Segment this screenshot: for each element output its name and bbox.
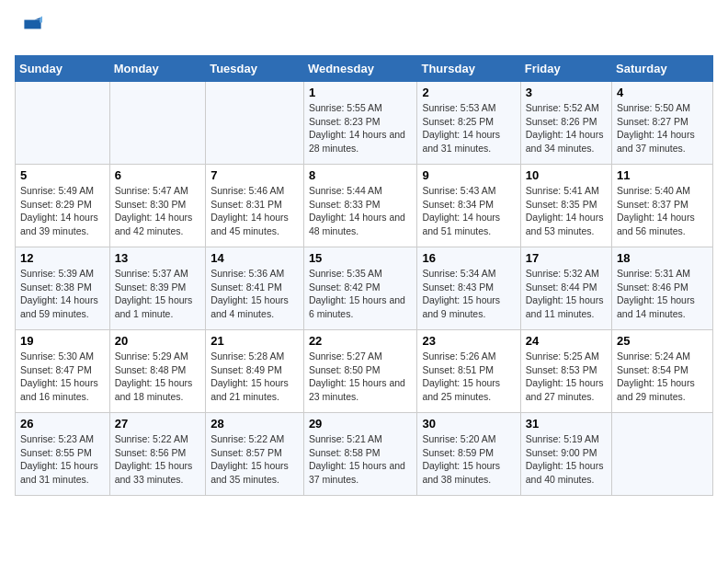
calendar-cell: 8Sunrise: 5:44 AM Sunset: 8:33 PM Daylig… xyxy=(303,165,417,247)
calendar-cell: 2Sunrise: 5:53 AM Sunset: 8:25 PM Daylig… xyxy=(417,82,520,165)
calendar-cell xyxy=(16,82,110,165)
day-info: Sunrise: 5:28 AM Sunset: 8:49 PM Dayligh… xyxy=(210,350,299,404)
logo-icon xyxy=(17,15,42,40)
day-number: 7 xyxy=(210,168,299,182)
day-number: 18 xyxy=(617,251,708,265)
day-info: Sunrise: 5:25 AM Sunset: 8:53 PM Dayligh… xyxy=(526,350,607,404)
calendar-cell: 20Sunrise: 5:29 AM Sunset: 8:48 PM Dayli… xyxy=(109,330,205,413)
calendar-cell: 24Sunrise: 5:25 AM Sunset: 8:53 PM Dayli… xyxy=(520,330,611,413)
day-number: 13 xyxy=(115,251,200,265)
calendar-week-2: 5Sunrise: 5:49 AM Sunset: 8:29 PM Daylig… xyxy=(16,165,713,247)
calendar-cell: 30Sunrise: 5:20 AM Sunset: 8:59 PM Dayli… xyxy=(417,413,520,496)
calendar-cell xyxy=(206,82,304,165)
calendar-table: SundayMondayTuesdayWednesdayThursdayFrid… xyxy=(15,55,713,496)
calendar-cell: 23Sunrise: 5:26 AM Sunset: 8:51 PM Dayli… xyxy=(417,330,520,413)
calendar-cell: 11Sunrise: 5:40 AM Sunset: 8:37 PM Dayli… xyxy=(612,165,713,247)
calendar-cell: 17Sunrise: 5:32 AM Sunset: 8:44 PM Dayli… xyxy=(520,247,611,330)
day-number: 11 xyxy=(617,168,708,182)
day-info: Sunrise: 5:20 AM Sunset: 8:59 PM Dayligh… xyxy=(422,432,515,487)
day-number: 16 xyxy=(422,251,515,265)
day-number: 5 xyxy=(20,168,105,182)
day-number: 3 xyxy=(526,86,607,99)
calendar-cell: 16Sunrise: 5:34 AM Sunset: 8:43 PM Dayli… xyxy=(417,247,520,330)
calendar-cell: 7Sunrise: 5:46 AM Sunset: 8:31 PM Daylig… xyxy=(206,165,304,247)
logo xyxy=(15,15,42,44)
day-info: Sunrise: 5:24 AM Sunset: 8:54 PM Dayligh… xyxy=(617,350,708,404)
day-info: Sunrise: 5:44 AM Sunset: 8:33 PM Dayligh… xyxy=(309,184,413,238)
day-number: 6 xyxy=(115,168,200,182)
calendar-cell: 31Sunrise: 5:19 AM Sunset: 9:00 PM Dayli… xyxy=(520,413,611,496)
day-number: 31 xyxy=(526,417,607,431)
page-header xyxy=(15,15,713,44)
day-number: 22 xyxy=(309,334,413,348)
day-info: Sunrise: 5:23 AM Sunset: 8:55 PM Dayligh… xyxy=(20,432,105,487)
calendar-cell: 5Sunrise: 5:49 AM Sunset: 8:29 PM Daylig… xyxy=(16,165,110,247)
day-number: 10 xyxy=(526,168,607,182)
calendar-cell: 6Sunrise: 5:47 AM Sunset: 8:30 PM Daylig… xyxy=(109,165,205,247)
calendar-cell: 12Sunrise: 5:39 AM Sunset: 8:38 PM Dayli… xyxy=(16,247,110,330)
day-info: Sunrise: 5:30 AM Sunset: 8:47 PM Dayligh… xyxy=(20,350,105,404)
day-info: Sunrise: 5:43 AM Sunset: 8:34 PM Dayligh… xyxy=(422,184,515,238)
day-info: Sunrise: 5:36 AM Sunset: 8:41 PM Dayligh… xyxy=(210,267,299,321)
calendar-cell: 9Sunrise: 5:43 AM Sunset: 8:34 PM Daylig… xyxy=(417,165,520,247)
day-number: 24 xyxy=(526,334,607,348)
day-info: Sunrise: 5:52 AM Sunset: 8:26 PM Dayligh… xyxy=(526,101,607,155)
day-info: Sunrise: 5:53 AM Sunset: 8:25 PM Dayligh… xyxy=(422,101,515,155)
calendar-week-3: 12Sunrise: 5:39 AM Sunset: 8:38 PM Dayli… xyxy=(16,247,713,330)
svg-marker-2 xyxy=(40,16,42,22)
col-header-tuesday: Tuesday xyxy=(206,56,304,82)
calendar-cell: 29Sunrise: 5:21 AM Sunset: 8:58 PM Dayli… xyxy=(303,413,417,496)
calendar-cell: 26Sunrise: 5:23 AM Sunset: 8:55 PM Dayli… xyxy=(16,413,110,496)
day-info: Sunrise: 5:39 AM Sunset: 8:38 PM Dayligh… xyxy=(20,267,105,321)
day-number: 27 xyxy=(115,417,200,431)
calendar-cell xyxy=(109,82,205,165)
calendar-cell: 21Sunrise: 5:28 AM Sunset: 8:49 PM Dayli… xyxy=(206,330,304,413)
day-number: 8 xyxy=(309,168,413,182)
calendar-week-4: 19Sunrise: 5:30 AM Sunset: 8:47 PM Dayli… xyxy=(16,330,713,413)
day-number: 1 xyxy=(309,86,413,99)
day-info: Sunrise: 5:27 AM Sunset: 8:50 PM Dayligh… xyxy=(309,350,413,404)
col-header-monday: Monday xyxy=(109,56,205,82)
day-number: 29 xyxy=(309,417,413,431)
day-number: 30 xyxy=(422,417,515,431)
day-number: 15 xyxy=(309,251,413,265)
day-number: 26 xyxy=(20,417,105,431)
calendar-cell: 3Sunrise: 5:52 AM Sunset: 8:26 PM Daylig… xyxy=(520,82,611,165)
day-number: 28 xyxy=(210,417,299,431)
day-number: 2 xyxy=(422,86,515,99)
calendar-cell: 13Sunrise: 5:37 AM Sunset: 8:39 PM Dayli… xyxy=(109,247,205,330)
col-header-thursday: Thursday xyxy=(417,56,520,82)
day-info: Sunrise: 5:22 AM Sunset: 8:56 PM Dayligh… xyxy=(115,432,200,487)
day-info: Sunrise: 5:49 AM Sunset: 8:29 PM Dayligh… xyxy=(20,184,105,238)
day-info: Sunrise: 5:21 AM Sunset: 8:58 PM Dayligh… xyxy=(309,432,413,487)
col-header-sunday: Sunday xyxy=(16,56,110,82)
day-info: Sunrise: 5:41 AM Sunset: 8:35 PM Dayligh… xyxy=(526,184,607,238)
day-info: Sunrise: 5:31 AM Sunset: 8:46 PM Dayligh… xyxy=(617,267,708,321)
col-header-wednesday: Wednesday xyxy=(303,56,417,82)
day-number: 12 xyxy=(20,251,105,265)
day-info: Sunrise: 5:19 AM Sunset: 9:00 PM Dayligh… xyxy=(526,432,607,487)
calendar-header-row: SundayMondayTuesdayWednesdayThursdayFrid… xyxy=(16,56,713,82)
calendar-cell: 4Sunrise: 5:50 AM Sunset: 8:27 PM Daylig… xyxy=(612,82,713,165)
day-info: Sunrise: 5:47 AM Sunset: 8:30 PM Dayligh… xyxy=(115,184,200,238)
day-info: Sunrise: 5:34 AM Sunset: 8:43 PM Dayligh… xyxy=(422,267,515,321)
calendar-cell: 27Sunrise: 5:22 AM Sunset: 8:56 PM Dayli… xyxy=(109,413,205,496)
calendar-cell: 14Sunrise: 5:36 AM Sunset: 8:41 PM Dayli… xyxy=(206,247,304,330)
day-number: 9 xyxy=(422,168,515,182)
day-info: Sunrise: 5:26 AM Sunset: 8:51 PM Dayligh… xyxy=(422,350,515,404)
day-info: Sunrise: 5:22 AM Sunset: 8:57 PM Dayligh… xyxy=(210,432,299,487)
day-number: 21 xyxy=(210,334,299,348)
calendar-cell: 15Sunrise: 5:35 AM Sunset: 8:42 PM Dayli… xyxy=(303,247,417,330)
day-number: 23 xyxy=(422,334,515,348)
calendar-week-1: 1Sunrise: 5:55 AM Sunset: 8:23 PM Daylig… xyxy=(16,82,713,165)
calendar-week-5: 26Sunrise: 5:23 AM Sunset: 8:55 PM Dayli… xyxy=(16,413,713,496)
day-info: Sunrise: 5:32 AM Sunset: 8:44 PM Dayligh… xyxy=(526,267,607,321)
day-info: Sunrise: 5:29 AM Sunset: 8:48 PM Dayligh… xyxy=(115,350,200,404)
calendar-cell: 10Sunrise: 5:41 AM Sunset: 8:35 PM Dayli… xyxy=(520,165,611,247)
day-info: Sunrise: 5:35 AM Sunset: 8:42 PM Dayligh… xyxy=(309,267,413,321)
day-number: 4 xyxy=(617,86,708,99)
day-number: 17 xyxy=(526,251,607,265)
day-number: 19 xyxy=(20,334,105,348)
col-header-saturday: Saturday xyxy=(612,56,713,82)
calendar-cell: 22Sunrise: 5:27 AM Sunset: 8:50 PM Dayli… xyxy=(303,330,417,413)
